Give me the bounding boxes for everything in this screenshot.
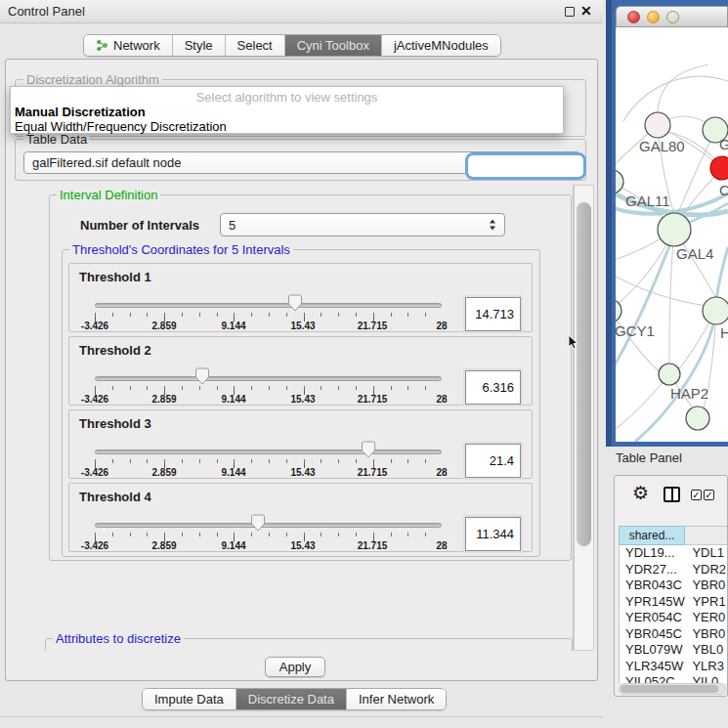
tab-impute-data[interactable]: Impute Data xyxy=(143,689,236,709)
gear-icon[interactable]: ⚙ xyxy=(632,484,649,502)
slider-thumb[interactable] xyxy=(295,294,310,312)
svg-text:GAL11: GAL11 xyxy=(625,193,670,209)
numerical-attributes-label: Numerical Attributes xyxy=(52,650,176,651)
checkbox-icon[interactable]: ✓ xyxy=(704,490,714,500)
close-traffic-light[interactable] xyxy=(627,11,640,23)
settings-scroll-area: Interval Definition Number of Intervals … xyxy=(13,185,574,651)
threshold-2-value xyxy=(465,370,521,405)
tab-network[interactable]: Network xyxy=(84,35,172,56)
table-header: shared... name xyxy=(619,526,728,545)
network-canvas[interactable]: GAL80 GA GAL11 C GAL4 GCY1 H HAP2 xyxy=(616,27,728,442)
table-row[interactable]: YBL079WYBL0 xyxy=(620,642,728,659)
minimize-traffic-light[interactable] xyxy=(647,11,660,23)
node-hap2[interactable] xyxy=(659,364,680,385)
algorithm-dropdown-popup: Select algorithm to view settings Manual… xyxy=(10,86,564,134)
svg-text:GAL80: GAL80 xyxy=(639,138,685,154)
threshold-2-panel: Threshold 2 -3.4262.8599.14415.4321.7152… xyxy=(68,336,533,406)
scrollbar-thumb[interactable] xyxy=(577,202,591,546)
table-row[interactable]: YBR043CYBR0 xyxy=(620,578,728,594)
tab-cyni-toolbox[interactable]: Cyni Toolbox xyxy=(284,35,381,56)
close-icon[interactable]: ✕ xyxy=(580,3,592,19)
dropdown-option-manual[interactable]: Manual Discretization xyxy=(15,105,146,119)
threshold-3-slider[interactable]: -3.4262.8599.14415.4321.71528 xyxy=(95,410,442,480)
scrollbar-thumb[interactable] xyxy=(621,685,718,693)
threshold-1-value xyxy=(465,297,521,331)
table-panel-title: Table Panel xyxy=(616,450,682,465)
tab-select[interactable]: Select xyxy=(225,35,284,56)
table-data-title: Table Data xyxy=(23,132,90,147)
table-row[interactable]: YDL19...YDL1 xyxy=(620,545,728,562)
table-row[interactable]: YIL052CYIL0 xyxy=(620,674,728,683)
svg-text:GAL4: GAL4 xyxy=(676,245,713,262)
threshold-2-slider[interactable]: -3.4262.8599.14415.4321.71528 xyxy=(95,337,442,407)
svg-text:C: C xyxy=(719,182,728,198)
tab-style[interactable]: Style xyxy=(172,35,225,56)
svg-text:GA: GA xyxy=(719,136,728,152)
control-panel-tabs: Network Style Select Cyni Toolbox jActiv… xyxy=(83,34,501,57)
threshold-4-value xyxy=(465,517,521,551)
cyni-toolbox-panel: Discretization Algorithm Table Data galF… xyxy=(5,59,598,681)
tab-jactivemnodules[interactable]: jActiveMNodules xyxy=(381,35,500,56)
threshold-1-panel: Threshold 1 -3.4262.8599.14415.4321.7152… xyxy=(68,263,533,332)
combo-arrows-icon xyxy=(490,220,496,231)
tab-infer-network[interactable]: Infer Network xyxy=(346,689,446,709)
threshold-3-value xyxy=(465,444,521,478)
node-bottom[interactable] xyxy=(686,407,709,430)
algorithm-combobox[interactable] xyxy=(465,152,586,180)
node-gal11[interactable] xyxy=(616,170,623,193)
settings-scrollbar[interactable] xyxy=(574,185,594,651)
number-of-intervals-label: Number of Intervals xyxy=(80,218,199,233)
float-window-icon[interactable] xyxy=(565,7,575,17)
network-window-titlebar xyxy=(616,6,728,27)
checkbox-icon[interactable]: ✓ xyxy=(691,490,702,500)
dropdown-hint: Select algorithm to view settings xyxy=(11,90,563,105)
discretization-algorithm-title: Discretization Algorithm xyxy=(23,72,162,87)
apply-button[interactable]: Apply xyxy=(265,657,325,677)
slider-thumb[interactable] xyxy=(202,367,217,385)
table-row[interactable]: YLR345WYLR3 xyxy=(620,659,728,675)
table-row[interactable]: YDR27...YDR2 xyxy=(620,562,728,578)
zoom-traffic-light[interactable] xyxy=(666,11,679,23)
slider-thumb[interactable] xyxy=(258,514,273,532)
column-header-name[interactable]: name xyxy=(685,526,728,545)
mouse-cursor xyxy=(568,335,579,351)
network-view-frame: GAL80 GA GAL11 C GAL4 GCY1 H HAP2 xyxy=(606,0,728,447)
bottom-tabs: Impute Data Discretize Data Infer Networ… xyxy=(142,688,447,710)
control-panel-titlebar: Control Panel ✕ xyxy=(0,0,603,23)
interval-definition-title: Interval Definition xyxy=(57,188,160,202)
network-icon xyxy=(96,39,108,52)
thresholds-group-title: Threshold's Coordinates for 5 Intervals xyxy=(69,242,293,257)
threshold-4-panel: Threshold 4 -3.4262.8599.14415.4321.7152… xyxy=(68,483,533,552)
node-gcy1[interactable] xyxy=(616,299,621,322)
attributes-group: Attributes to discretize Numerical Attri… xyxy=(45,638,573,651)
thresholds-group: Threshold's Coordinates for 5 Intervals … xyxy=(62,249,540,557)
number-of-intervals-combobox[interactable]: 5 xyxy=(220,213,505,236)
table-row[interactable]: YPR145WYPR1 xyxy=(620,594,728,611)
table-horizontal-scrollbar[interactable] xyxy=(619,683,726,695)
svg-text:GCY1: GCY1 xyxy=(616,322,655,339)
screen: Control Panel ✕ Network Style Select Cyn… xyxy=(0,0,728,728)
table-panel: ⚙ ✓ ✓ shared... name YDL19...YDL1 YDR27.… xyxy=(614,475,728,697)
table-row[interactable]: YBR045CYBR0 xyxy=(620,626,728,643)
node-gal4[interactable] xyxy=(658,213,691,246)
table-row[interactable]: YER054CYER0 xyxy=(620,610,728,626)
columns-icon[interactable] xyxy=(664,487,680,502)
node-gal80[interactable] xyxy=(645,112,670,138)
svg-text:HAP2: HAP2 xyxy=(670,385,708,402)
interval-definition-group: Interval Definition Number of Intervals … xyxy=(49,194,572,561)
node-selected-red[interactable] xyxy=(710,156,728,180)
table-body: YDL19...YDL1 YDR27...YDR2 YBR043CYBR0 YP… xyxy=(619,545,728,683)
svg-text:H: H xyxy=(720,324,728,341)
column-header-shared-name[interactable]: shared... xyxy=(619,526,685,545)
threshold-3-panel: Threshold 3 -3.4262.8599.14415.4321.7152… xyxy=(68,409,533,479)
dropdown-option-equal-width[interactable]: Equal Width/Frequency Discretization xyxy=(15,119,227,134)
tab-discretize-data[interactable]: Discretize Data xyxy=(236,689,346,709)
node-low-right[interactable] xyxy=(703,297,728,324)
threshold-4-slider[interactable]: -3.4262.8599.14415.4321.71528 xyxy=(95,484,442,553)
window-bottom-edge xyxy=(0,716,603,717)
attributes-group-title: Attributes to discretize xyxy=(53,631,184,646)
slider-thumb[interactable] xyxy=(368,441,383,458)
panel-title: Control Panel xyxy=(8,4,85,19)
threshold-1-slider[interactable]: -3.4262.8599.14415.4321.71528 xyxy=(95,264,442,333)
